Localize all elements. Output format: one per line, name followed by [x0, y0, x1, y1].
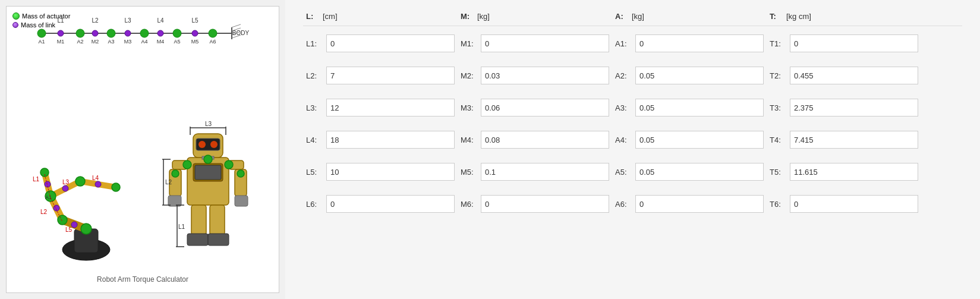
A-input-5[interactable] [635, 163, 764, 181]
data-rows: L1: M1: A1: T1: L2: M2: A2: T2: [303, 32, 962, 215]
A-input-2[interactable] [635, 67, 764, 84]
left-panel: Mass of actuator Mass of link L1 L2 L3 L… [6, 6, 279, 293]
A-label-4: A4: [615, 136, 632, 144]
L-input-4[interactable] [326, 131, 455, 149]
caption: Robot Arm Torque Calculator [97, 275, 188, 287]
L-cell-2: L2: [303, 64, 458, 87]
svg-text:L3: L3 [124, 17, 131, 24]
svg-point-19 [58, 30, 64, 36]
T-input-2[interactable] [790, 67, 918, 84]
L-cell-4: L4: [303, 128, 458, 151]
svg-text:M5: M5 [191, 39, 199, 45]
svg-text:A4: A4 [141, 39, 147, 45]
svg-rect-82 [187, 234, 208, 246]
L-input-6[interactable] [326, 195, 455, 213]
svg-point-87 [172, 170, 179, 177]
svg-point-72 [210, 141, 218, 148]
T-header: T: [kg cm] [767, 12, 921, 21]
M-input-5[interactable] [481, 163, 609, 181]
M-label-6: M6: [461, 200, 477, 209]
svg-point-62 [95, 181, 101, 187]
M-header: M: [kg] [458, 12, 612, 21]
M-input-3[interactable] [481, 99, 609, 117]
A-label-2: A2: [615, 71, 632, 80]
svg-text:L4: L4 [157, 17, 164, 24]
svg-point-16 [140, 29, 149, 37]
L-input-1[interactable] [326, 34, 455, 52]
svg-line-36 [232, 24, 241, 27]
A-input-6[interactable] [635, 195, 764, 213]
A-header: A: [kg] [612, 12, 767, 21]
L-header-unit: [cm] [323, 12, 338, 21]
svg-point-58 [71, 222, 77, 228]
A-header-unit: [kg] [632, 12, 644, 21]
svg-point-21 [125, 30, 131, 36]
T-label-1: T1: [770, 39, 786, 48]
A-cell-4: A4: [612, 128, 767, 151]
A-cell-1: A1: [612, 32, 767, 55]
svg-point-57 [112, 183, 120, 191]
A-label-1: A1: [615, 39, 632, 48]
M-input-4[interactable] [481, 131, 609, 149]
T-cell-4: T4: [767, 128, 921, 151]
svg-text:L2: L2 [40, 209, 48, 215]
legend-actuator-label: Mass of actuator [22, 12, 70, 20]
robot-area: L5 L2 L1 L3 L4 [12, 53, 273, 270]
svg-point-84 [204, 155, 212, 163]
T-input-4[interactable] [790, 131, 918, 149]
svg-text:A5: A5 [174, 39, 180, 45]
M-label-5: M5: [461, 168, 477, 177]
svg-text:L5: L5 [65, 226, 73, 233]
svg-rect-79 [235, 196, 248, 206]
L-input-5[interactable] [326, 163, 455, 181]
T-input-5[interactable] [790, 163, 918, 181]
svg-text:M4: M4 [157, 39, 165, 45]
svg-text:L1: L1 [178, 224, 185, 230]
A-cell-2: A2: [612, 64, 767, 87]
legend-link-label: Mass of link [21, 21, 55, 29]
T-label-3: T3: [770, 103, 786, 112]
svg-rect-81 [210, 205, 225, 235]
M-input-1[interactable] [481, 34, 609, 52]
M-input-6[interactable] [481, 195, 609, 213]
A-cell-3: A3: [612, 96, 767, 119]
L-cell-1: L1: [303, 32, 458, 55]
L-input-2[interactable] [326, 67, 455, 84]
M-cell-6: M6: [458, 193, 612, 215]
svg-text:L2: L2 [165, 179, 172, 185]
T-cell-6: T6: [767, 193, 921, 215]
link-dot-icon [12, 22, 18, 28]
svg-point-86 [225, 160, 233, 169]
T-cell-1: T1: [767, 32, 921, 55]
M-label-1: M1: [461, 39, 477, 48]
svg-text:L4: L4 [92, 175, 99, 181]
svg-point-53 [58, 215, 67, 225]
robot-arm-illustration: L5 L2 L1 L3 L4 [30, 110, 143, 265]
T-input-1[interactable] [790, 34, 918, 52]
L-label-3: L3: [306, 103, 323, 112]
svg-point-20 [92, 30, 98, 36]
T-input-3[interactable] [790, 99, 918, 117]
actuator-dot-icon [12, 12, 20, 20]
M-label-3: M3: [461, 103, 477, 112]
svg-point-15 [107, 29, 115, 37]
A-input-4[interactable] [635, 131, 764, 149]
A-input-1[interactable] [635, 34, 764, 52]
L-input-3[interactable] [326, 99, 455, 117]
svg-point-14 [76, 29, 84, 37]
M-input-2[interactable] [481, 67, 609, 84]
A-input-3[interactable] [635, 99, 764, 117]
svg-rect-83 [208, 234, 229, 246]
svg-rect-68 [195, 165, 221, 180]
T-cell-5: T5: [767, 160, 921, 183]
L-label-5: L5: [306, 168, 323, 177]
svg-point-71 [198, 141, 206, 148]
L-cell-6: L6: [303, 193, 458, 215]
svg-text:A6: A6 [209, 39, 216, 45]
svg-point-18 [209, 29, 217, 37]
M-cell-2: M2: [458, 64, 612, 87]
legend: Mass of actuator Mass of link [12, 12, 70, 30]
L-cell-5: L5: [303, 160, 458, 183]
T-input-6[interactable] [790, 195, 918, 213]
svg-point-61 [62, 185, 68, 191]
